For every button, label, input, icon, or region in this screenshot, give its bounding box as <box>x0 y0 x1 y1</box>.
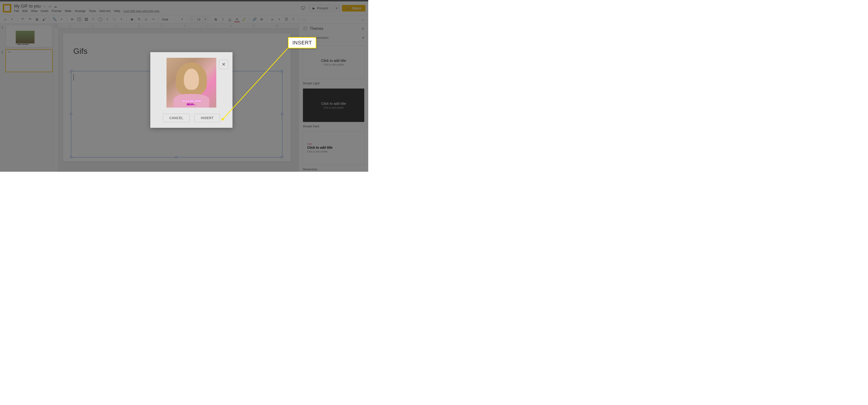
gif-caption-2: MEAN… <box>166 103 216 106</box>
insert-button[interactable]: INSERT <box>194 114 220 122</box>
callout-label: INSERT <box>288 37 316 49</box>
modal-close-button[interactable]: ✕ <box>219 60 228 69</box>
cancel-button[interactable]: CANCEL <box>163 114 190 122</box>
insert-gif-modal: ✕ I'M A COOL MOM MEAN… CANCEL INSERT <box>150 52 232 128</box>
gif-preview-image: I'M A COOL MOM MEAN… <box>166 58 216 107</box>
gif-caption-1: I'M A COOL MOM <box>166 100 216 102</box>
close-icon: ✕ <box>222 62 226 67</box>
